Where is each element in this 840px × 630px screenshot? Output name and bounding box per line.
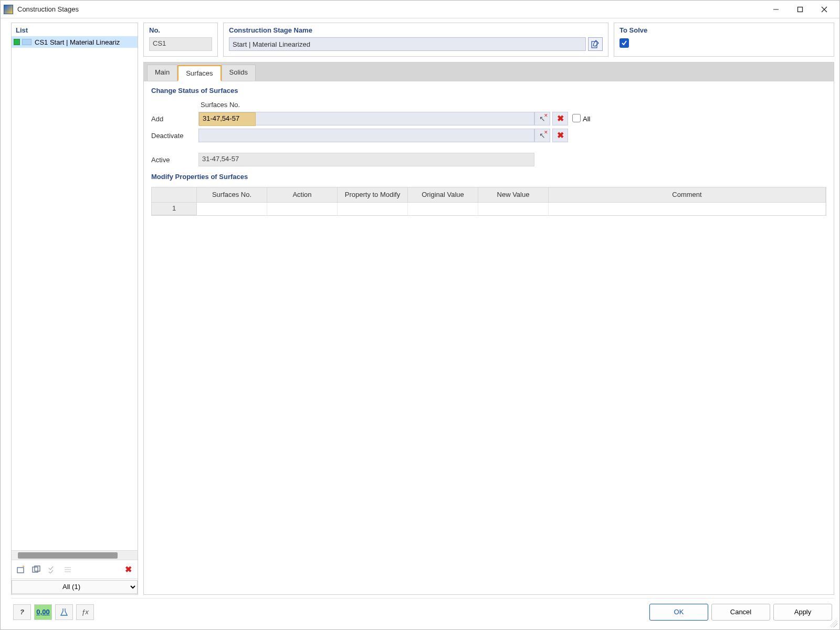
stage-filter-select[interactable]: All (1)	[12, 580, 138, 594]
change-status-title: Change Status of Surfaces	[151, 87, 826, 94]
stage-list-header: List	[12, 23, 138, 36]
cell-new-value[interactable]	[478, 203, 549, 215]
pencil-note-icon	[591, 40, 600, 48]
app-icon	[4, 5, 13, 14]
minimize-button[interactable]	[764, 2, 788, 17]
cell-property[interactable]	[338, 203, 408, 215]
titlebar: Construction Stages	[1, 1, 839, 18]
col-surfaces-no: Surfaces No.	[197, 187, 267, 203]
cell-comment[interactable]	[549, 203, 826, 215]
delete-icon: ✖	[125, 565, 132, 574]
col-new-value: New Value	[478, 187, 549, 203]
editor-panel: No. CS1 Construction Stage Name Start | …	[143, 23, 834, 595]
delete-stage-button[interactable]: ✖	[121, 563, 135, 576]
dialog-body: List CS1 Start | Material Lineariz ✖	[1, 18, 839, 629]
cancel-button[interactable]: Cancel	[711, 604, 770, 621]
svg-rect-4	[17, 568, 24, 573]
flask-icon	[59, 607, 69, 617]
help-icon: ?	[20, 608, 24, 616]
parameters-button[interactable]	[55, 604, 73, 620]
formula-button[interactable]: ƒx	[76, 604, 94, 620]
window-title: Construction Stages	[17, 5, 79, 13]
col-property: Property to Modify	[338, 187, 408, 203]
tabstrip: Main Surfaces Solids	[143, 62, 834, 81]
deactivate-surfaces-input[interactable]	[198, 129, 534, 142]
stage-list-item-label: CS1 Start | Material Lineariz	[35, 38, 120, 46]
editor-header-row: No. CS1 Construction Stage Name Start | …	[143, 23, 834, 57]
col-rownum	[152, 187, 197, 203]
window: Construction Stages List CS1 Start | Mat…	[0, 0, 840, 630]
content: List CS1 Start | Material Lineariz ✖	[11, 23, 834, 595]
add-label: Add	[151, 115, 198, 123]
stage-name-edit-button[interactable]	[588, 37, 603, 51]
add-surfaces-input[interactable]: 31-47,54-57	[198, 112, 534, 125]
deactivate-label: Deactivate	[151, 132, 198, 140]
add-pick-button[interactable]: ↖✕	[534, 112, 550, 125]
stage-list-panel: List CS1 Start | Material Lineariz ✖	[11, 23, 138, 595]
active-surfaces-field: 31-47,54-57	[198, 153, 534, 166]
stage-color-swatch	[14, 39, 20, 45]
fx-icon: ƒx	[81, 608, 89, 616]
stage-list-item[interactable]: CS1 Start | Material Lineariz	[12, 36, 138, 48]
tab-surfaces[interactable]: Surfaces	[177, 65, 221, 81]
copy-stage-button[interactable]	[29, 563, 44, 576]
cell-surfaces-no[interactable]	[197, 203, 267, 215]
properties-table[interactable]: Surfaces No. Action Property to Modify O…	[151, 187, 826, 216]
stage-name-label: Construction Stage Name	[229, 26, 603, 34]
check-all-button[interactable]	[45, 563, 60, 576]
apply-button[interactable]: Apply	[773, 604, 832, 621]
stage-list[interactable]: CS1 Start | Material Lineariz	[12, 36, 138, 550]
col-comment: Comment	[549, 187, 826, 203]
col-original-value: Original Value	[408, 187, 478, 203]
uncheck-all-button[interactable]	[61, 563, 76, 576]
close-button[interactable]	[812, 2, 836, 17]
tab-main[interactable]: Main	[147, 65, 177, 81]
cell-action[interactable]	[267, 203, 338, 215]
col-action: Action	[267, 187, 338, 203]
clear-icon: ✖	[557, 131, 564, 140]
surfaces-no-header: Surfaces No.	[198, 101, 534, 109]
stage-name-input[interactable]: Start | Material Linearized	[229, 37, 586, 51]
stage-filter: All (1)	[12, 579, 138, 594]
to-solve-checkbox[interactable]	[620, 38, 629, 48]
check-icon	[621, 40, 627, 46]
modify-props-title: Modify Properties of Surfaces	[151, 173, 826, 181]
active-label: Active	[151, 156, 198, 164]
properties-table-row[interactable]: 1	[152, 203, 826, 215]
svg-rect-1	[798, 7, 803, 12]
pick-cursor-icon: ↖✕	[539, 131, 545, 140]
new-stage-button[interactable]	[14, 563, 28, 576]
properties-table-header: Surfaces No. Action Property to Modify O…	[152, 187, 826, 203]
row-number: 1	[152, 203, 197, 215]
stage-list-toolbar: ✖	[12, 560, 138, 579]
add-all-label: All	[583, 115, 604, 123]
stage-list-hscrollbar[interactable]	[12, 550, 138, 560]
tab-body: Change Status of Surfaces Surfaces No. A…	[143, 81, 834, 595]
resize-grip[interactable]	[830, 620, 837, 627]
ok-button[interactable]: OK	[649, 604, 708, 621]
add-all-checkbox[interactable]	[572, 114, 581, 122]
change-status-grid: Surfaces No. Add 31-47,54-57 ↖✕ ✖ All De…	[151, 101, 826, 166]
clear-icon: ✖	[557, 114, 564, 123]
stage-no-card: No. CS1	[143, 23, 218, 57]
stage-no-field: CS1	[149, 37, 212, 51]
deactivate-pick-button[interactable]: ↖✕	[534, 129, 550, 142]
help-button[interactable]: ?	[13, 604, 31, 620]
units-icon: 0,00	[36, 608, 49, 616]
tab-solids[interactable]: Solids	[222, 65, 256, 81]
to-solve-card: To Solve	[614, 23, 834, 57]
add-clear-button[interactable]: ✖	[552, 112, 568, 125]
maximize-button[interactable]	[788, 2, 812, 17]
to-solve-label: To Solve	[620, 26, 828, 34]
stage-type-swatch	[22, 39, 32, 45]
stage-no-label: No.	[149, 26, 212, 34]
stage-name-card: Construction Stage Name Start | Material…	[223, 23, 608, 57]
deactivate-clear-button[interactable]: ✖	[552, 129, 568, 142]
units-button[interactable]: 0,00	[34, 604, 52, 620]
pick-cursor-icon: ↖✕	[539, 114, 545, 123]
cell-original-value[interactable]	[408, 203, 478, 215]
dialog-footer: ? 0,00 ƒx OK Cancel Apply	[11, 598, 834, 625]
